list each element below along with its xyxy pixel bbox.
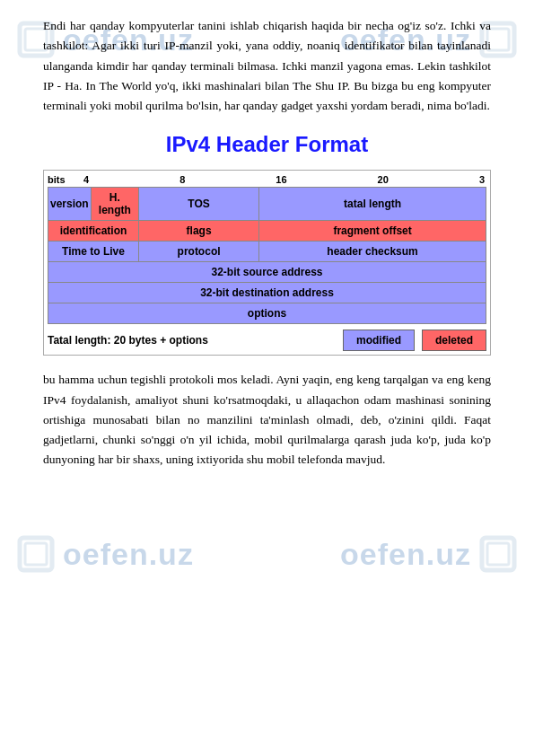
table-row-2: identification flags fragment offset xyxy=(48,221,486,242)
ruler-label: bits xyxy=(48,174,82,185)
cell-total-length: tatal length xyxy=(259,188,486,221)
diagram-footer: Tatal length: 20 bytes + options modifie… xyxy=(48,330,486,351)
cell-header-checksum: header checksum xyxy=(259,242,486,262)
table-row-5: 32-bit destination address xyxy=(48,283,486,303)
svg-rect-6 xyxy=(482,538,514,570)
ruler-mark-8: 8 xyxy=(179,174,185,185)
svg-rect-4 xyxy=(20,538,52,570)
watermark-text-bl: oefen.uz xyxy=(63,537,194,571)
table-row-3: Time to Live protocol header checksum xyxy=(48,242,486,262)
cell-version: version xyxy=(48,188,92,221)
watermark-bot-right: oefen.uz xyxy=(340,534,518,574)
cell-frag-offset: fragment offset xyxy=(259,221,486,242)
ruler-marks: 4 8 16 20 3 xyxy=(82,174,486,185)
ruler-mark-3: 3 xyxy=(479,174,485,185)
svg-rect-7 xyxy=(487,543,509,565)
watermark-text-br: oefen.uz xyxy=(340,537,471,571)
ruler-mark-16: 16 xyxy=(276,174,286,185)
cell-identification: identification xyxy=(48,221,139,242)
footer-label: Tatal length: 20 bytes + options xyxy=(48,334,343,347)
cell-options: options xyxy=(48,303,486,324)
ruler-row: bits 4 8 16 20 3 xyxy=(48,174,486,185)
table-row-6: options xyxy=(48,303,486,324)
cell-ttl: Time to Live xyxy=(48,242,139,262)
ipv4-diagram: bits 4 8 16 20 3 version H. length TOS t… xyxy=(43,170,491,356)
intro-paragraph: Endi har qanday kompyuterlar tanini ishl… xyxy=(43,16,491,116)
section-heading: IPv4 Header Format xyxy=(43,132,491,157)
svg-rect-5 xyxy=(25,543,47,565)
cell-flags: flags xyxy=(138,221,258,242)
table-row-1: version H. length TOS tatal length xyxy=(48,188,486,221)
ruler-mark-4: 4 xyxy=(83,174,89,185)
footer-modified: modified xyxy=(343,330,415,351)
watermark-bot-left: oefen.uz xyxy=(16,534,194,574)
table-row-4: 32-bit source address xyxy=(48,262,486,283)
second-paragraph: bu hamma uchun tegishli protokoli mos ke… xyxy=(43,370,491,470)
ipv4-table: version H. length TOS tatal length ident… xyxy=(48,187,486,324)
cell-protocol: protocol xyxy=(138,242,258,262)
ruler-mark-20: 20 xyxy=(378,174,389,185)
cell-tos: TOS xyxy=(138,188,258,221)
footer-deleted: deleted xyxy=(422,330,486,351)
cell-hlength: H. length xyxy=(91,188,138,221)
cell-dst-addr: 32-bit destination address xyxy=(48,283,486,303)
cell-src-addr: 32-bit source address xyxy=(48,262,486,283)
